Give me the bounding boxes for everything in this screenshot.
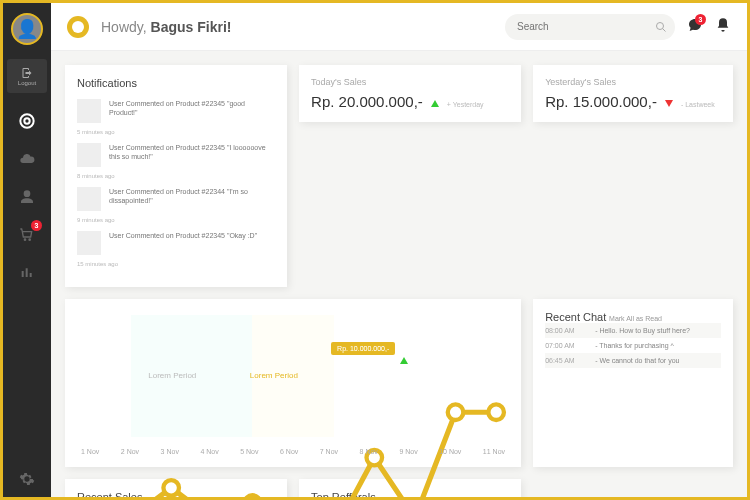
- today-sales-label: Today's Sales: [311, 77, 509, 87]
- bars-icon: [19, 265, 35, 281]
- chat-row[interactable]: 06:45 AM - We cannot do that for you: [545, 353, 721, 368]
- notification-text: User Commented on Product #22345 "good P…: [109, 99, 275, 123]
- notification-time: 5 minutes ago: [77, 129, 275, 135]
- notification-item[interactable]: User Commented on Product #22345 "Okay :…: [77, 231, 275, 255]
- user-icon: [19, 189, 35, 205]
- chat-text: - We cannot do that for you: [595, 357, 679, 364]
- chart-x-labels: 1 Nov2 Nov3 Nov4 Nov5 Nov6 Nov7 Nov8 Nov…: [77, 448, 509, 455]
- svg-point-2: [657, 22, 664, 29]
- chat-time: 06:45 AM: [545, 357, 585, 364]
- gear-icon: [19, 471, 35, 487]
- notification-text: User Commented on Product #22345 "I looo…: [109, 143, 275, 167]
- chat-text: - Thanks for purchasing ^: [595, 342, 674, 349]
- today-sales-card: Today's Sales Rp. 20.000.000,- + Yesterd…: [299, 65, 521, 122]
- search-input[interactable]: [505, 14, 675, 40]
- notification-text: User Commented on Product #22345 "Okay :…: [109, 231, 257, 255]
- recent-chat-card: Recent Chat Mark All as Read 08:00 AM - …: [533, 299, 733, 467]
- nav-dashboard[interactable]: [9, 103, 45, 139]
- notification-text: User Commented on Product #22344 "I'm so…: [109, 187, 275, 211]
- greeting: Howdy, Bagus Fikri!: [101, 19, 231, 35]
- nav-cloud[interactable]: [9, 141, 45, 177]
- logo-icon: [67, 16, 89, 38]
- logout-label: Logout: [18, 80, 36, 86]
- yesterday-sales-card: Yesterday's Sales Rp. 15.000.000,- - Las…: [533, 65, 733, 122]
- notifications-title: Notifications: [77, 77, 275, 89]
- avatar[interactable]: 👤: [11, 13, 43, 45]
- yesterday-sales-amount: Rp. 15.000.000,-: [545, 93, 657, 110]
- bell-icon: [715, 17, 731, 33]
- nav-user[interactable]: [9, 179, 45, 215]
- notification-thumb: [77, 143, 101, 167]
- chat-text: - Hello. How to Buy stuff here?: [595, 327, 690, 334]
- notification-time: 9 minutes ago: [77, 217, 275, 223]
- nav-stats[interactable]: [9, 255, 45, 291]
- nav-cart[interactable]: 3: [9, 217, 45, 253]
- svg-point-13: [488, 404, 504, 420]
- mark-all-read[interactable]: Mark All as Read: [609, 315, 662, 322]
- yesterday-sales-label: Yesterday's Sales: [545, 77, 721, 87]
- notification-thumb: [77, 99, 101, 123]
- chat-icon-button[interactable]: 3: [687, 17, 703, 37]
- svg-point-0: [20, 114, 33, 127]
- chat-title: Recent Chat: [545, 311, 606, 323]
- chart-tooltip: Rp. 10.000.000,-: [331, 342, 395, 355]
- notification-time: 15 minutes ago: [77, 261, 275, 267]
- notification-thumb: [77, 231, 101, 255]
- svg-point-12: [448, 404, 464, 420]
- chat-time: 07:00 AM: [545, 342, 585, 349]
- sales-chart: [77, 315, 509, 497]
- notification-item[interactable]: User Commented on Product #22345 "good P…: [77, 99, 275, 123]
- chart-card: Lorem PeriodLorem Period Rp. 10.000.000,…: [65, 299, 521, 467]
- trend-up-icon: [400, 357, 408, 364]
- chat-row[interactable]: 08:00 AM - Hello. How to Buy stuff here?: [545, 323, 721, 338]
- svg-point-5: [163, 480, 179, 496]
- cart-badge: 3: [31, 220, 42, 231]
- chat-time: 08:00 AM: [545, 327, 585, 334]
- cloud-icon: [19, 151, 35, 167]
- notification-thumb: [77, 187, 101, 211]
- today-compare: + Yesterday: [447, 101, 484, 108]
- bell-icon-button[interactable]: [715, 17, 731, 37]
- chat-row[interactable]: 07:00 AM - Thanks for purchasing ^: [545, 338, 721, 353]
- lifebuoy-icon: [19, 113, 35, 129]
- nav-settings[interactable]: [9, 461, 45, 497]
- notification-item[interactable]: User Commented on Product #22344 "I'm so…: [77, 187, 275, 211]
- yesterday-compare: - Lastweek: [681, 101, 715, 108]
- notification-item[interactable]: User Commented on Product #22345 "I looo…: [77, 143, 275, 167]
- trend-down-icon: [665, 100, 673, 107]
- topbar: Howdy, Bagus Fikri! 3: [51, 3, 747, 51]
- notification-time: 8 minutes ago: [77, 173, 275, 179]
- logout-button[interactable]: Logout: [7, 59, 47, 93]
- search-icon: [655, 21, 667, 33]
- svg-point-7: [245, 495, 261, 497]
- trend-up-icon: [431, 100, 439, 107]
- svg-point-1: [24, 118, 29, 123]
- sidebar: 👤 Logout 3: [3, 3, 51, 497]
- chat-badge: 3: [695, 14, 706, 25]
- today-sales-amount: Rp. 20.000.000,-: [311, 93, 423, 110]
- logout-icon: [21, 67, 33, 79]
- notifications-card: Notifications User Commented on Product …: [65, 65, 287, 287]
